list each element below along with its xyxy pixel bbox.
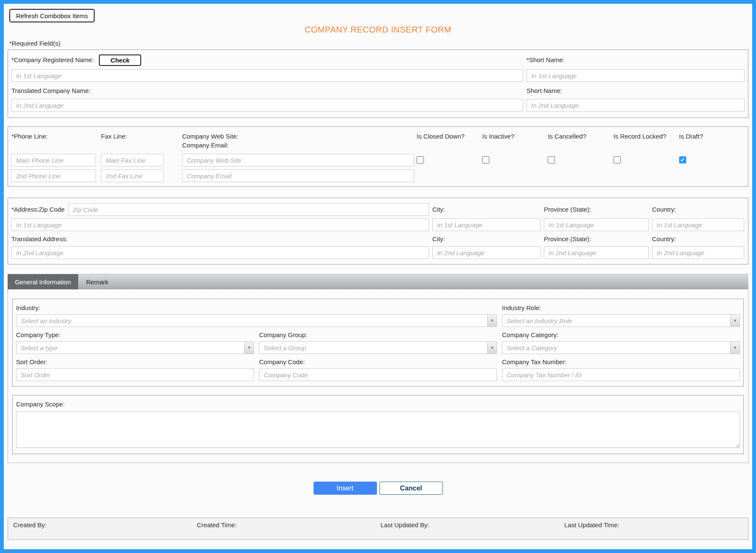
province-column: Province (State): Province (State): [544,203,649,259]
main-fax-input[interactable] [101,154,164,166]
chevron-down-icon[interactable]: ▼ [487,315,497,327]
industry-label: Industry: [16,303,497,313]
is-draft-checkbox[interactable] [679,156,686,163]
company-category-label: Company Category: [502,330,740,340]
names-left-column: *Company Registered Name: Check Translat… [11,54,523,112]
province2-input[interactable] [544,246,649,259]
insert-button[interactable]: Insert [314,482,377,495]
is-inactive-checkbox[interactable] [482,156,489,163]
page-title: COMPANY RECORD INSERT FORM [8,25,748,35]
form-actions: Insert Cancel [8,482,748,495]
company-code-label: Company Code: [259,357,497,367]
tab-remark[interactable]: Remark [78,274,116,289]
company-scope-textarea[interactable] [16,411,740,448]
registered-name-input[interactable] [11,69,523,82]
last-updated-time-label: Last Updated Time: [564,521,748,539]
chevron-down-icon[interactable]: ▼ [730,342,740,354]
flag-is-cancelled: Is Cancelled? [548,132,613,163]
check-button[interactable]: Check [99,54,141,66]
company-code-input[interactable] [259,368,497,381]
province1-input[interactable] [544,218,649,231]
company-category-combobox[interactable]: ▼ [502,341,740,354]
company-website-label: Company Web Site: [182,132,414,141]
main-phone-input[interactable] [11,154,96,166]
city2-input[interactable] [432,246,540,259]
general-information-box: Industry: ▼ Industry Role: ▼ Company Typ… [12,299,744,387]
province-label: Province (State): [544,203,649,216]
zip-code-input[interactable] [68,203,429,216]
refresh-combobox-button[interactable]: Refresh Combobox Items [9,9,95,22]
translated-address-label: Translated Address: [11,234,429,244]
country2-label: Country: [652,234,744,244]
short-name-input[interactable] [527,69,745,82]
industry-role-label: Industry Role: [502,303,740,313]
company-scope-box: Company Scope: [12,395,744,454]
sort-order-label: Sort Order: [16,357,254,367]
company-scope-label: Company Scope: [16,400,740,409]
company-tax-number-label: Company Tax Number: [502,357,740,367]
company-type-label: Company Type: [16,330,254,340]
translated-name-input[interactable] [11,99,523,112]
is-cancelled-label: Is Cancelled? [548,132,613,150]
second-phone-input[interactable] [11,169,96,182]
short-name-label: *Short Name: [527,55,565,65]
required-fields-note: *Required Field(s) [8,40,748,47]
company-group-combobox[interactable]: ▼ [259,341,497,354]
is-closed-down-label: Is Closed Down? [417,132,482,150]
country1-input[interactable] [652,218,744,231]
chevron-down-icon[interactable]: ▼ [244,342,254,354]
created-by-label: Created By: [13,521,197,539]
industry-role-input[interactable] [502,314,740,327]
sort-order-input[interactable] [16,368,254,381]
translated-name-label: Translated Company Name: [11,86,523,95]
is-record-locked-label: Is Record Locked? [614,132,679,150]
tab-general-information[interactable]: General Information [8,274,78,289]
is-record-locked-checkbox[interactable] [614,156,621,163]
flag-is-closed-down: Is Closed Down? [417,132,482,163]
company-group-label: Company Group: [259,330,497,340]
industry-role-combobox[interactable]: ▼ [502,314,740,327]
created-time-label: Created Time: [197,521,381,539]
is-draft-label: Is Draft? [679,132,745,150]
tab-content: Industry: ▼ Industry Role: ▼ Company Typ… [8,289,748,463]
address-section: *Address: Zip Code Translated Address: C… [8,198,748,264]
short-name2-input[interactable] [527,99,745,112]
phone-line-label: *Phone Line: [11,132,48,141]
short-name2-label: Short Name: [527,86,745,95]
chevron-down-icon[interactable]: ▼ [487,342,497,354]
company-type-combobox[interactable]: ▼ [16,341,254,354]
fax-line-label: Fax Line: [101,132,127,141]
zip-code-label: Zip Code [39,205,65,214]
company-type-input[interactable] [16,341,254,354]
registered-name-label: *Company Registered Name: [11,55,94,65]
country-label: Country: [652,203,744,216]
is-closed-down-checkbox[interactable] [417,156,424,163]
company-email-input[interactable] [182,169,414,182]
status-flags: Is Closed Down? Is Inactive? Is Cancelle… [417,132,745,163]
flag-is-draft: Is Draft? [679,132,745,163]
address-column: *Address: Zip Code Translated Address: [11,203,429,259]
cancel-button[interactable]: Cancel [379,482,443,495]
city1-input[interactable] [432,218,540,231]
chevron-down-icon[interactable]: ▼ [730,315,740,327]
company-record-insert-form: Refresh Combobox Items COMPANY RECORD IN… [0,0,756,553]
company-email-label: Company Email: [182,141,414,150]
is-cancelled-checkbox[interactable] [548,156,555,163]
city2-label: City: [432,234,540,244]
audit-footer: Created By: Created Time: Last Updated B… [8,518,748,540]
industry-combobox[interactable]: ▼ [16,314,497,327]
province2-label: Province (State): [544,234,649,244]
company-tax-number-input[interactable] [502,368,740,381]
city-label: City: [432,203,540,216]
country2-input[interactable] [652,246,744,259]
industry-input[interactable] [16,314,497,327]
flag-is-record-locked: Is Record Locked? [614,132,679,163]
city-column: City: City: [432,203,540,259]
address2-input[interactable] [11,246,429,259]
address1-input[interactable] [11,218,429,231]
company-website-input[interactable] [182,154,414,166]
company-group-input[interactable] [259,341,497,354]
second-fax-input[interactable] [101,169,164,182]
names-right-column: *Short Name: Short Name: [527,54,745,112]
company-category-input[interactable] [502,341,740,354]
